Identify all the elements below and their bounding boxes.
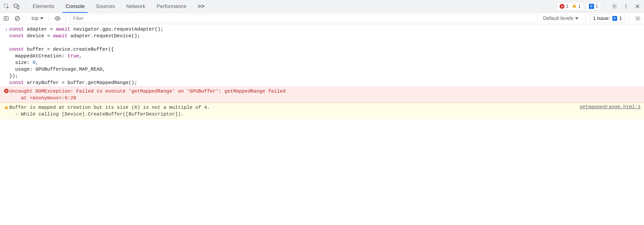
close-icon[interactable] [632, 1, 642, 11]
svg-point-7 [626, 4, 626, 5]
svg-rect-16 [6, 106, 6, 108]
svg-rect-3 [574, 5, 574, 6]
panel-tabs: Elements Console Sources Network Perform… [27, 0, 210, 13]
prompt-icon: › [5, 26, 8, 32]
warning-icon [572, 3, 577, 9]
tab-elements[interactable]: Elements [27, 0, 60, 13]
console-messages: › const adapter = await navigator.gpu.re… [0, 24, 644, 119]
tab-label: Performance [156, 3, 186, 9]
toggle-sidebar-icon[interactable] [2, 14, 10, 23]
info-icon [612, 16, 617, 21]
more-menu-icon[interactable] [621, 1, 631, 11]
console-warning-row[interactable]: Buffer is mapped at creation but its siz… [0, 103, 644, 119]
console-filterbar: top Default levels 1 Issue: 1 [0, 13, 644, 24]
devtools-tabbar: Elements Console Sources Network Perform… [0, 0, 644, 13]
console-input-code[interactable]: const adapter = await navigator.gpu.requ… [9, 26, 164, 86]
error-icon [560, 4, 564, 9]
filter-input[interactable] [70, 14, 538, 22]
clear-console-icon[interactable] [13, 14, 22, 23]
separator [49, 15, 49, 22]
separator [605, 3, 605, 10]
settings-icon[interactable] [609, 1, 620, 11]
svg-rect-17 [6, 108, 6, 108]
info-count: 1 [596, 3, 598, 9]
svg-line-13 [16, 17, 19, 20]
error-icon [4, 89, 8, 93]
message-counts[interactable]: 1 1 [557, 2, 584, 10]
context-label: top [32, 16, 38, 21]
live-expression-icon[interactable] [53, 14, 62, 23]
tab-performance[interactable]: Performance [151, 0, 192, 13]
levels-label: Default levels [543, 16, 573, 21]
context-selector[interactable]: top [30, 16, 45, 21]
issues-label: 1 Issue: [593, 16, 610, 21]
warning-message-text: Buffer is mapped at creation but its siz… [9, 104, 572, 118]
tab-sources[interactable]: Sources [90, 0, 120, 13]
error-count: 1 [566, 3, 568, 9]
svg-point-8 [626, 6, 626, 7]
error-count-badge[interactable]: 1 [560, 3, 568, 9]
svg-rect-10 [4, 16, 8, 20]
separator [629, 15, 630, 22]
warning-count: 1 [578, 3, 581, 9]
issues-count: 1 [620, 16, 622, 21]
console-error-row[interactable]: Uncaught DOMException: Failed to execute… [0, 86, 644, 103]
tab-label: Network [126, 3, 145, 9]
info-count-badge[interactable]: 1 [589, 3, 598, 9]
svg-rect-2 [17, 6, 19, 8]
error-message-text: Uncaught DOMException: Failed to execute… [9, 88, 641, 102]
device-toolbar-icon[interactable] [12, 1, 22, 11]
tab-console[interactable]: Console [60, 0, 90, 13]
separator [66, 15, 66, 22]
svg-point-15 [637, 18, 639, 19]
separator [586, 15, 586, 22]
separator [26, 15, 26, 22]
chevron-down-icon [575, 17, 578, 20]
tab-label: Sources [96, 3, 115, 9]
console-settings-icon[interactable] [634, 14, 642, 23]
tabs-overflow[interactable]: >> [192, 0, 210, 13]
message-source-link[interactable]: getmappedrange.html:1 [572, 104, 641, 110]
log-levels-selector[interactable]: Default levels [540, 16, 582, 21]
info-icon [589, 4, 594, 9]
warning-count-badge[interactable]: 1 [572, 3, 581, 9]
issues-button[interactable]: 1 Issue: 1 [590, 14, 625, 22]
tab-label: Elements [32, 3, 54, 9]
svg-point-14 [57, 18, 58, 19]
inspect-element-icon[interactable] [2, 1, 12, 11]
svg-point-9 [626, 8, 626, 8]
overflow-label: >> [198, 3, 204, 10]
warning-icon [4, 105, 8, 111]
separator [24, 3, 24, 10]
chevron-down-icon [40, 17, 44, 20]
info-count-group[interactable]: 1 [586, 2, 601, 10]
svg-point-6 [614, 6, 615, 7]
console-input-row[interactable]: › const adapter = await navigator.gpu.re… [0, 26, 644, 86]
svg-rect-4 [574, 6, 574, 7]
tab-label: Console [66, 3, 85, 9]
tab-network[interactable]: Network [120, 0, 151, 13]
